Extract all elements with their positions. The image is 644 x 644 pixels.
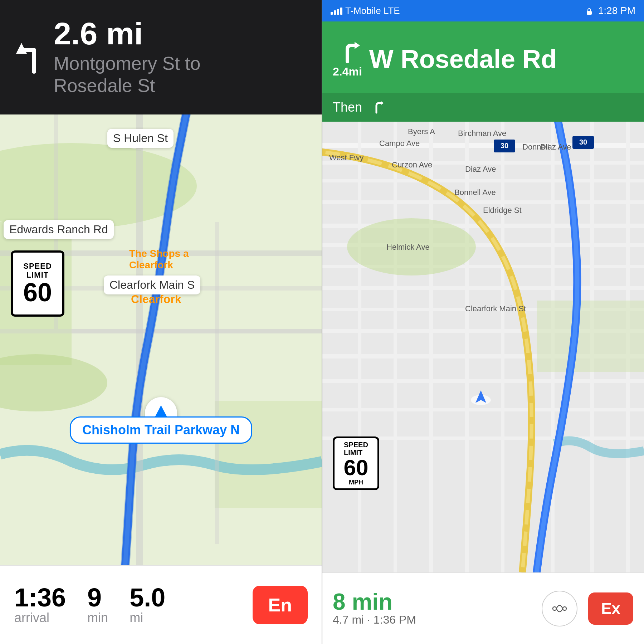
status-time: 1:28 PM: [585, 5, 635, 16]
svg-rect-44: [537, 301, 644, 372]
svg-rect-6: [136, 114, 143, 565]
map-label-birchman: Birchman Ave: [458, 129, 506, 138]
map-label-edwards: Edwards Ranch Rd: [4, 220, 114, 239]
map-label-eldridge: Eldridge St: [483, 206, 522, 215]
map-label-clearfork-main-st: Clearfork Main St: [465, 304, 526, 313]
panel-divider: [322, 0, 322, 644]
map-label-helmick: Helmick Ave: [386, 243, 430, 252]
chisholm-label: Chisholm Trail Parkway N: [70, 416, 252, 444]
svg-rect-17: [322, 143, 644, 148]
arrival-value: 1:36: [14, 585, 66, 610]
map-label-diaz-ave: Diaz Ave: [465, 165, 496, 174]
svg-text:30: 30: [579, 138, 587, 146]
right-eta: 8 min 4.7 mi · 1:36 PM: [333, 590, 416, 626]
speed-limit-unit: MPH: [349, 479, 363, 486]
turn-arrow-right-icon: [335, 40, 360, 65]
min-value: 9: [87, 585, 102, 610]
nav-street-right: W Rosedale Rd: [369, 46, 633, 72]
nav-distance: 2.6 mi: [54, 18, 200, 49]
left-map-svg: [0, 114, 322, 565]
nav-text-left: 2.6 mi Montgomery St to Rosedale St: [54, 18, 200, 97]
svg-point-48: [563, 607, 566, 610]
signal-bar-2: [334, 10, 336, 15]
map-label-s-hulen: S Hulen St: [107, 129, 174, 148]
svg-point-47: [553, 607, 556, 610]
then-arrow-icon: [369, 100, 384, 114]
map-label-shops: The Shops aClearfork: [123, 245, 194, 274]
location-dot-right: [470, 389, 492, 410]
speed-limit-sign: SPEEDLIMIT 60: [11, 250, 64, 317]
right-nav-main: 2.4mi W Rosedale Rd: [322, 21, 644, 93]
turn-info: 2.4mi: [333, 40, 362, 78]
left-bottom-bar: 1:36 arrival 9 min 5.0 mi En: [0, 565, 322, 644]
signal-bar-4: [340, 8, 342, 15]
speed-limit-title: SPEEDLIMIT: [23, 262, 52, 279]
svg-rect-35: [501, 122, 504, 572]
arrival-stat: 1:36 arrival: [14, 585, 66, 625]
route-options-button[interactable]: [542, 591, 577, 626]
signal-bar-1: [331, 12, 333, 15]
turn-arrow-icon: [14, 36, 43, 79]
svg-rect-24: [322, 286, 644, 290]
carrier-text: T-Mobile LTE: [345, 5, 400, 16]
min-label: min: [87, 610, 108, 625]
eta-sub: 4.7 mi · 1:36 PM: [333, 613, 416, 626]
right-nav-then: Then: [322, 93, 644, 122]
then-label: Then: [333, 100, 362, 115]
min-stat: 9 min: [87, 585, 108, 625]
speed-limit-sign-right: SPEEDLIMIT 60 MPH: [333, 436, 379, 490]
end-button[interactable]: En: [253, 586, 308, 624]
svg-text:30: 30: [501, 142, 508, 150]
left-map: SPEEDLIMIT 60 S Hulen St Edwards Ranch R…: [0, 114, 322, 565]
speed-limit-number: 60: [23, 279, 52, 305]
mi-value: 5.0: [130, 585, 165, 610]
mi-stat: 5.0 mi: [130, 585, 165, 625]
speed-limit-number-right: 60: [344, 457, 369, 479]
location-arrow-right-icon: [470, 389, 492, 410]
svg-rect-31: [358, 122, 361, 572]
svg-rect-33: [429, 122, 433, 572]
signal-bar-3: [337, 9, 339, 15]
right-map: 30 30 Byers A Campo Ave Birchman Ave Don…: [322, 122, 644, 572]
svg-marker-15: [381, 101, 384, 105]
right-panel: T-Mobile LTE 1:28 PM 2.4mi W Rosedale Rd: [322, 0, 644, 644]
lock-icon: [585, 8, 593, 15]
mi-label: mi: [130, 610, 143, 625]
map-label-bonnell: Bonnell Ave: [454, 188, 496, 197]
svg-rect-28: [322, 379, 644, 383]
svg-rect-32: [394, 122, 397, 572]
map-label-west-fwy: West Fwy: [329, 153, 364, 162]
signal-bars-icon: [331, 7, 342, 15]
svg-rect-20: [322, 200, 644, 204]
left-nav-header: 2.6 mi Montgomery St to Rosedale St: [0, 0, 322, 114]
svg-rect-11: [215, 222, 219, 544]
map-label-diaz-ave2: Diaz Ave: [540, 142, 571, 152]
right-nav-header: 2.4mi W Rosedale Rd Then: [322, 21, 644, 122]
status-left: T-Mobile LTE: [331, 5, 400, 16]
eta-main: 8 min: [333, 590, 416, 613]
status-bar: T-Mobile LTE 1:28 PM: [322, 0, 644, 21]
turn-distance: 2.4mi: [333, 65, 362, 78]
svg-rect-19: [322, 179, 644, 182]
right-bottom-bar: 8 min 4.7 mi · 1:36 PM Ex: [322, 572, 644, 644]
route-options-icon: [550, 599, 570, 619]
map-label-campo: Campo Ave: [379, 139, 420, 148]
map-label-byers: Byers A: [408, 127, 435, 136]
arrival-label: arrival: [14, 610, 49, 625]
exit-button[interactable]: Ex: [588, 592, 633, 625]
svg-marker-14: [355, 42, 360, 49]
speed-limit-title-right: SPEEDLIMIT: [344, 441, 368, 457]
left-panel: 2.6 mi Montgomery St to Rosedale St: [0, 0, 322, 644]
map-label-clearfork: Clearfork: [125, 290, 187, 309]
map-label-curzon: Curzon Ave: [392, 160, 432, 170]
svg-rect-12: [72, 329, 322, 333]
svg-rect-13: [587, 11, 592, 15]
nav-street: Montgomery St to Rosedale St: [54, 52, 200, 97]
